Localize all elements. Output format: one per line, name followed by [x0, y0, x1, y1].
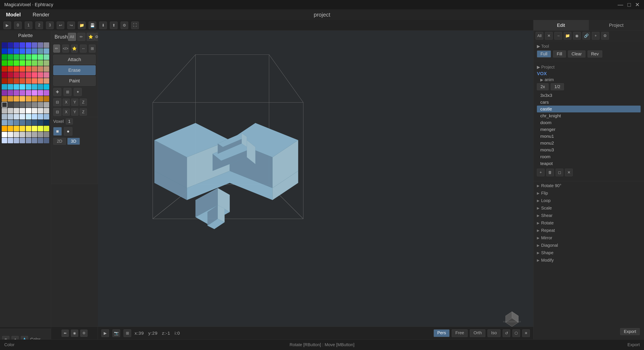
file-menger[interactable]: menger — [537, 126, 640, 133]
rotate-row[interactable]: ▶ Rotate — [534, 219, 644, 227]
brush-draw[interactable]: ✏ — [53, 44, 60, 52]
color-cell-112[interactable] — [2, 126, 7, 131]
file-delete-scene[interactable]: 🗑 — [546, 168, 554, 176]
axis-lock2[interactable]: ⊟ — [53, 108, 61, 116]
paint-button[interactable]: Paint — [53, 76, 96, 86]
brush-pencil-btn[interactable]: ✏ — [77, 33, 86, 41]
mode-2d[interactable]: 2D — [53, 138, 66, 145]
file-monu1[interactable]: monu1 — [537, 133, 640, 140]
color-cell-101[interactable] — [32, 114, 37, 120]
color-cell-87[interactable] — [44, 102, 49, 108]
file-doom[interactable]: doom — [537, 119, 640, 126]
brush-move[interactable]: ↔ — [80, 44, 87, 52]
flip-row[interactable]: ▶ Flip — [534, 190, 644, 197]
axis-y-btn[interactable]: Y — [71, 98, 78, 106]
color-cell-135[interactable] — [44, 138, 49, 143]
color-cell-90[interactable] — [14, 108, 19, 114]
color-cell-64[interactable] — [2, 90, 7, 96]
color-cell-12[interactable] — [26, 48, 31, 54]
color-cell-14[interactable] — [38, 48, 43, 54]
color-cell-61[interactable] — [32, 84, 37, 90]
color-cell-39[interactable] — [44, 66, 49, 72]
file-add-scene[interactable]: + — [537, 168, 544, 176]
color-cell-58[interactable] — [14, 84, 19, 90]
color-cell-17[interactable] — [8, 54, 13, 60]
color-cell-105[interactable] — [8, 120, 13, 126]
color-cell-37[interactable] — [32, 66, 37, 72]
color-cell-72[interactable] — [2, 96, 7, 102]
color-cell-19[interactable] — [20, 54, 25, 60]
file-monu2[interactable]: monu2 — [537, 140, 640, 146]
tool-btn-0[interactable]: 0 — [14, 22, 22, 29]
rt-close[interactable]: ✕ — [545, 32, 553, 40]
color-cell-91[interactable] — [20, 108, 25, 114]
settings-button[interactable]: ⚙ — [120, 22, 128, 29]
color-cell-60[interactable] — [26, 84, 31, 90]
color-cell-46[interactable] — [38, 72, 43, 78]
color-cell-43[interactable] — [20, 72, 25, 78]
fullscreen-button[interactable]: ⛶ — [131, 22, 139, 29]
brush-code[interactable]: </> — [62, 44, 69, 52]
color-cell-24[interactable] — [2, 60, 7, 66]
color-cell-0[interactable] — [2, 42, 7, 48]
color-cell-67[interactable] — [20, 90, 25, 96]
open-button[interactable]: 📁 — [78, 22, 86, 29]
color-cell-69[interactable] — [32, 90, 37, 96]
color-cell-99[interactable] — [20, 114, 25, 120]
color-cell-6[interactable] — [38, 42, 43, 48]
color-cell-59[interactable] — [20, 84, 25, 90]
file-close-scene[interactable]: ✕ — [565, 168, 573, 176]
color-cell-89[interactable] — [8, 108, 13, 114]
export-button[interactable]: Export — [620, 328, 640, 335]
file-castle[interactable]: castle — [537, 106, 640, 112]
color-cell-92[interactable] — [26, 108, 31, 114]
color-cell-73[interactable] — [8, 96, 13, 102]
view-iso[interactable]: Iso — [488, 329, 500, 337]
brush-tb-1[interactable]: ⬅ — [62, 330, 69, 337]
erase-button[interactable]: Erase — [53, 65, 96, 75]
main-viewport[interactable] — [98, 31, 533, 333]
color-cell-31[interactable] — [44, 60, 49, 66]
file-monu3[interactable]: monu3 — [537, 146, 640, 153]
color-cell-28[interactable] — [26, 60, 31, 66]
rotate90-row[interactable]: ▶ Rotate 90° — [534, 182, 644, 190]
tool-fill-btn[interactable]: Fill — [553, 50, 566, 58]
menu-model[interactable]: Model — [4, 11, 22, 18]
brush-all-btn[interactable]: All — [68, 33, 76, 41]
rt-folder[interactable]: 📁 — [564, 32, 572, 40]
color-cell-109[interactable] — [32, 120, 37, 126]
color-cell-13[interactable] — [32, 48, 37, 54]
color-cell-53[interactable] — [32, 78, 37, 84]
shear-row[interactable]: ▶ Shear — [534, 212, 644, 219]
loop-row[interactable]: ▶ Loop — [534, 197, 644, 204]
transform-select[interactable]: ✦ — [74, 88, 82, 96]
shape-row[interactable]: ▶ Shape — [534, 249, 644, 256]
color-cell-123[interactable] — [20, 132, 25, 137]
color-cell-8[interactable] — [2, 48, 7, 54]
color-cell-32[interactable] — [2, 66, 7, 72]
tool-clear-btn[interactable]: Clear — [568, 50, 586, 58]
color-cell-34[interactable] — [14, 66, 19, 72]
color-cell-83[interactable] — [20, 102, 25, 108]
view-free[interactable]: Free — [452, 329, 468, 337]
color-cell-33[interactable] — [8, 66, 13, 72]
view-reset[interactable]: ↺ — [502, 329, 510, 337]
rt-all[interactable]: All — [536, 32, 543, 40]
tool-btn-2[interactable]: 2 — [35, 22, 43, 29]
axis-x-btn[interactable]: X — [62, 98, 70, 106]
color-cell-74[interactable] — [14, 96, 19, 102]
axis-y2-btn[interactable]: Y — [71, 108, 78, 116]
color-cell-80[interactable] — [2, 102, 7, 108]
save-button[interactable]: 💾 — [88, 22, 96, 29]
color-cell-130[interactable] — [14, 138, 19, 143]
color-cell-84[interactable] — [26, 102, 31, 108]
close-button[interactable]: ✕ — [635, 2, 640, 8]
color-cell-133[interactable] — [32, 138, 37, 143]
color-cell-77[interactable] — [32, 96, 37, 102]
color-cell-55[interactable] — [44, 78, 49, 84]
color-cell-23[interactable] — [44, 54, 49, 60]
color-cell-108[interactable] — [26, 120, 31, 126]
color-cell-66[interactable] — [14, 90, 19, 96]
color-cell-70[interactable] — [38, 90, 43, 96]
tool-full-btn[interactable]: Full — [537, 50, 551, 58]
